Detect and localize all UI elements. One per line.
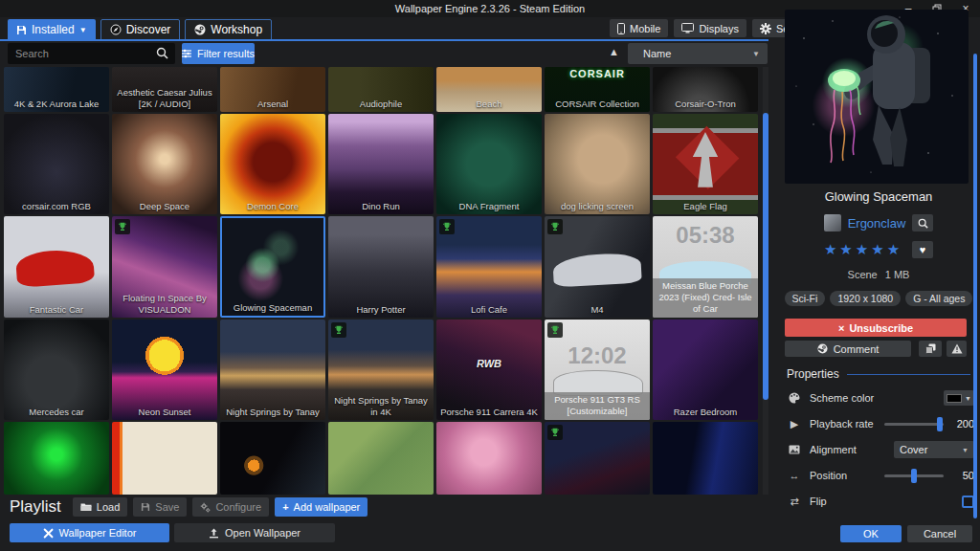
search-icon [156, 47, 168, 59]
slider-thumb[interactable] [937, 417, 943, 431]
wallpaper-tile[interactable]: Neon Sunset [112, 320, 217, 420]
wallpaper-tile[interactable] [328, 422, 434, 495]
wallpaper-tile[interactable]: Deep Space [112, 114, 217, 214]
wallpaper-tile[interactable]: dog licking screen [545, 114, 650, 214]
sort-ascending-button[interactable]: ▲ [609, 46, 619, 57]
wallpaper-tile[interactable] [112, 422, 217, 495]
wallpaper-tile[interactable]: Dino Run [328, 114, 434, 214]
tab-workshop[interactable]: Workshop [185, 19, 272, 40]
ok-button[interactable]: OK [840, 525, 902, 542]
sidebar-scrollbar[interactable] [973, 54, 977, 518]
wallpaper-tile[interactable]: DNA Fragment [436, 114, 542, 214]
comment-button[interactable]: Comment [785, 341, 911, 357]
wallpaper-tile[interactable]: 05:38 Meissan Blue Porche 2023 (Fixed) C… [653, 216, 758, 318]
wallpaper-title: Corsair-O-Tron [655, 99, 756, 110]
wallpaper-tile[interactable]: Lofi Cafe [436, 216, 542, 318]
add-wallpaper-button[interactable]: + Add wallpaper [275, 497, 368, 517]
rating-row: ★★★★★ ♥ [777, 241, 980, 258]
mobile-button[interactable]: Mobile [610, 19, 668, 37]
prop-label: Scheme color [810, 392, 874, 404]
prop-scheme-color: Scheme color ▼ [787, 389, 974, 407]
playback-rate-slider[interactable] [884, 423, 944, 426]
cancel-button[interactable]: Cancel [907, 525, 972, 542]
toolbar: Filter results ▲ Name ▼ [0, 43, 768, 64]
scheme-color-picker[interactable]: ▼ [944, 390, 974, 406]
copy-icon [925, 343, 936, 354]
author-avatar[interactable] [824, 214, 841, 231]
wallpaper-tile[interactable] [220, 422, 325, 495]
wallpaper-title: Eagle Flag [655, 201, 756, 212]
displays-button[interactable]: Displays [674, 19, 746, 37]
tile-overlay-text: 12:02 [545, 342, 650, 369]
prop-flip: ⇄ Flip [787, 493, 974, 510]
search-input[interactable] [8, 43, 175, 64]
compass-icon [110, 24, 122, 35]
trophy-icon [550, 428, 560, 437]
favorite-button[interactable]: ♥ [912, 241, 933, 258]
sort-by-dropdown[interactable]: Name ▼ [628, 43, 768, 64]
wallpaper-tile[interactable]: M4 [545, 216, 650, 318]
wallpaper-tile[interactable]: CORSAIRCORSAIR Collection [545, 67, 650, 112]
alignment-dropdown[interactable]: Cover ▼ [894, 441, 974, 458]
wallpaper-tile[interactable] [653, 422, 758, 495]
wallpaper-tile[interactable]: 4K & 2K Aurora Lake [4, 67, 109, 112]
grid-scrollbar[interactable] [763, 67, 768, 495]
playlist-configure-button[interactable]: Configure [192, 497, 269, 517]
wallpaper-tile-selected[interactable]: Glowing Spaceman [220, 216, 325, 318]
open-wallpaper-button[interactable]: Open Wallpaper [174, 523, 335, 542]
wallpaper-tile[interactable]: Arsenal [220, 67, 325, 112]
filter-icon [182, 49, 191, 58]
wallpaper-tile[interactable]: Audiophile [328, 67, 434, 112]
wallpaper-tile[interactable] [436, 422, 542, 495]
wallpaper-editor-button[interactable]: Wallpaper Editor [10, 523, 169, 542]
wallpaper-title: Glowing Spaceman [224, 302, 322, 314]
playlist-save-button[interactable]: Save [133, 497, 187, 517]
wallpaper-tile[interactable]: 12:02 Porsche 911 GT3 RS [Customizable] [545, 320, 650, 420]
wallpaper-title: DNA Fragment [438, 201, 540, 212]
heart-icon: ♥ [920, 244, 926, 255]
wallpaper-tile[interactable]: Night Springs by Tanay in 4K [328, 320, 434, 420]
unsubscribe-button[interactable]: × Unsubscribe [785, 319, 967, 337]
author-row: Ergonclaw [777, 214, 980, 231]
slider-thumb[interactable] [911, 469, 917, 483]
tab-discover[interactable]: Discover [100, 19, 181, 40]
wallpaper-tile[interactable] [4, 422, 109, 495]
author-search-button[interactable] [912, 214, 933, 231]
position-slider[interactable] [884, 474, 944, 477]
wallpaper-tile[interactable]: Floating In Space By VISUALDON [112, 216, 217, 318]
filter-label: Filter results [197, 48, 255, 59]
wallpaper-tile[interactable]: Razer Bedroom [653, 320, 758, 420]
wallpaper-tile[interactable]: Fantastic Car [4, 216, 109, 318]
wallpaper-meta: Scene 1 MB [777, 269, 980, 280]
tab-label: Installed [32, 23, 75, 36]
vote-button[interactable] [919, 341, 942, 357]
wallpaper-tile[interactable]: Corsair-O-Tron [653, 67, 758, 112]
wallpaper-tile[interactable]: Beach [436, 67, 542, 112]
monitor-icon [681, 23, 694, 33]
rating-stars[interactable]: ★★★★★ [824, 241, 902, 258]
wallpaper-tile[interactable]: Harry Potter [328, 216, 434, 318]
grid-scrollbar-thumb[interactable] [763, 113, 768, 400]
wallpaper-tile[interactable]: Mercedes car [4, 320, 109, 420]
playlist-load-button[interactable]: Load [73, 497, 127, 517]
trophy-icon [334, 325, 344, 335]
filter-results-button[interactable]: Filter results [182, 43, 255, 64]
wallpaper-preview[interactable] [785, 10, 969, 184]
wallpaper-tile[interactable] [545, 422, 650, 495]
wallpaper-tile[interactable]: RWB Porsche 911 Carrera 4K [436, 320, 542, 420]
grid-row: corsair.com RGB Deep Space Demon Core Di… [4, 114, 758, 214]
author-link[interactable]: Ergonclaw [848, 216, 906, 231]
report-button[interactable] [947, 341, 967, 357]
tag-genre[interactable]: Sci-Fi [785, 291, 826, 306]
tag-age-rating[interactable]: G - All ages [905, 291, 972, 306]
wallpaper-tile[interactable]: Night Springs by Tanay [220, 320, 325, 420]
tab-installed[interactable]: Installed ▼ [8, 19, 96, 40]
wallpaper-tile[interactable]: Demon Core [220, 114, 325, 214]
tag-resolution[interactable]: 1920 x 1080 [830, 291, 901, 306]
unsubscribe-label: Unsubscribe [849, 322, 913, 334]
wallpaper-tile[interactable]: Eagle Flag [653, 114, 758, 214]
wallpaper-tile[interactable]: corsair.com RGB [4, 114, 109, 214]
wallpaper-tile[interactable]: Aesthetic Caesar Julius [2K / AUDIO] [112, 67, 217, 112]
prop-playback-rate: ▶ Playback rate 200 [787, 415, 974, 432]
trophy-badge [439, 219, 455, 234]
